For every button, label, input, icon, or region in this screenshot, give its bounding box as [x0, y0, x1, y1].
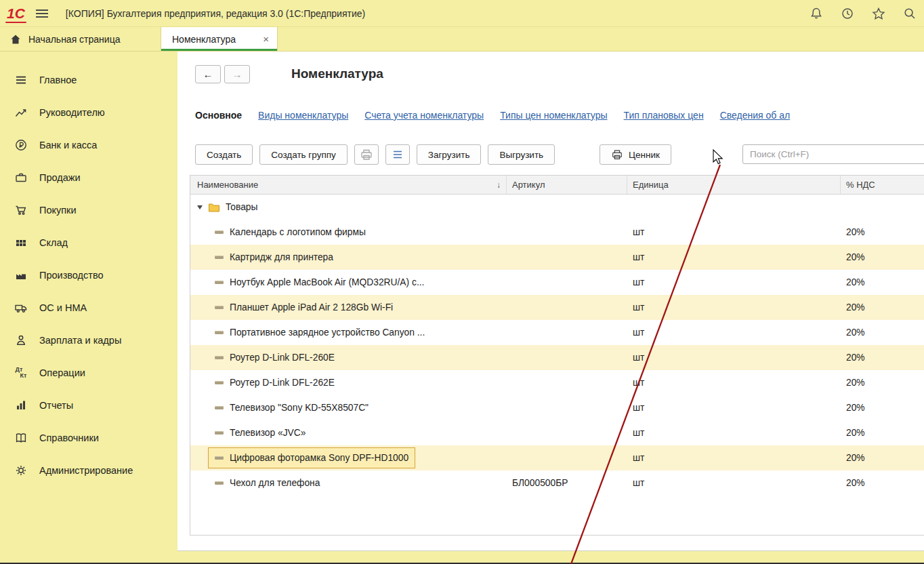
cell-article — [507, 270, 627, 295]
sidebar-item-administration[interactable]: Администрирование — [0, 454, 177, 487]
table-row[interactable]: Роутер D-Link DFL-260E шт 20% — [190, 345, 924, 370]
bottom-bar — [0, 550, 924, 564]
cell-unit: шт — [627, 270, 841, 295]
section-sidebar: Главное Руководителю Банк и касса Продаж… — [0, 52, 177, 550]
column-header-article[interactable]: Артикул — [507, 176, 627, 194]
cell-vat: 20% — [841, 320, 924, 345]
cell-article — [507, 345, 627, 370]
sidebar-item-manager[interactable]: Руководителю — [0, 96, 177, 129]
nav-link-item-kinds[interactable]: Виды номенклатуры — [258, 110, 348, 121]
item-icon — [215, 481, 224, 485]
cell-article — [507, 320, 627, 345]
forward-button[interactable]: → — [224, 65, 250, 83]
main-menu-icon[interactable] — [36, 9, 48, 18]
page-title: Номенклатура — [291, 66, 383, 81]
table-row[interactable]: Планшет Apple iPad Air 2 128Gb Wi-Fi шт … — [190, 295, 924, 320]
history-clock-icon[interactable] — [840, 6, 855, 21]
table-row[interactable]: Роутер D-Link DFL-262E шт 20% — [190, 370, 924, 395]
create-button[interactable]: Создать — [195, 144, 253, 165]
cell-article: БЛ000500БР — [507, 470, 627, 496]
create-group-button[interactable]: Создать группу — [259, 144, 347, 165]
chart-up-icon — [14, 105, 28, 120]
search-input[interactable] — [742, 144, 924, 164]
table-row[interactable]: Чехол для телефона БЛ000500БР шт 20% — [190, 470, 924, 496]
cell-article — [507, 195, 627, 220]
bar-chart-icon — [14, 398, 28, 413]
printer-disabled-icon — [360, 148, 373, 161]
back-button[interactable]: ← — [195, 65, 221, 83]
sidebar-item-operations[interactable]: ДтКт Операции — [0, 357, 177, 389]
nav-link-accounting-accounts[interactable]: Счета учета номенклатуры — [364, 110, 484, 121]
column-header-vat[interactable]: % НДС — [841, 176, 924, 194]
print-button[interactable] — [354, 144, 379, 165]
item-icon — [215, 456, 224, 460]
main-content: ← → Номенклатура Основное Виды номенклат… — [177, 52, 924, 550]
tab-home-page[interactable]: Начальная страница — [0, 27, 161, 51]
cell-vat: 20% — [841, 270, 924, 295]
item-icon — [215, 256, 224, 259]
table-row[interactable]: Календарь с логотипом фирмы шт 20% — [190, 220, 924, 245]
top-bar: 1С [КОПИЯ] Бухгалтерия предприятия, реда… — [0, 0, 924, 27]
cell-unit: шт — [627, 395, 841, 420]
sidebar-item-reports[interactable]: Отчеты — [0, 389, 177, 422]
tab-close-icon[interactable]: × — [263, 34, 269, 44]
table-row[interactable]: Ноутбук Apple MacBook Air (MQD32RU/A) с.… — [190, 270, 924, 295]
cell-vat: 20% — [841, 295, 924, 320]
table-row-selected[interactable]: Цифровая фоторамка Sony DPF-HD1000 шт 20… — [190, 445, 924, 470]
group-row-goods[interactable]: Товары — [190, 195, 924, 220]
nomenclature-table: Наименование ↓ Артикул Единица % НДС Тов… — [190, 175, 924, 536]
sidebar-item-salary-hr[interactable]: Зарплата и кадры — [0, 324, 177, 357]
cell-vat: 20% — [841, 470, 924, 496]
gear-icon — [14, 463, 28, 478]
window-title: [КОПИЯ] Бухгалтерия предприятия, редакци… — [66, 8, 365, 19]
cell-unit: шт — [627, 245, 841, 270]
sidebar-item-fixed-assets[interactable]: ОС и НМА — [0, 291, 177, 324]
load-button[interactable]: Загрузить — [417, 144, 482, 165]
unload-button[interactable]: Выгрузить — [488, 144, 555, 165]
sidebar-item-main[interactable]: Главное — [0, 64, 177, 96]
cell-unit: шт — [627, 220, 841, 245]
sidebar-item-sales[interactable]: Продажи — [0, 161, 177, 194]
cell-vat: 20% — [841, 395, 924, 420]
cell-article — [507, 295, 627, 320]
tab-bar: Начальная страница Номенклатура × — [0, 27, 924, 52]
cell-unit: шт — [627, 445, 841, 470]
item-icon — [215, 281, 224, 284]
table-row[interactable]: Портативное зарядное устройство Canyon .… — [190, 320, 924, 345]
table-row[interactable]: Телевизор "Sony KD-55X8507C" шт 20% — [190, 395, 924, 420]
cart-icon — [14, 203, 28, 218]
folder-icon — [208, 202, 220, 213]
nav-link-planned-price-type[interactable]: Тип плановых цен — [624, 110, 704, 121]
app-window: 1С [КОПИЯ] Бухгалтерия предприятия, реда… — [0, 0, 924, 564]
sidebar-item-warehouse[interactable]: Склад — [0, 226, 177, 259]
sidebar-item-purchases[interactable]: Покупки — [0, 194, 177, 226]
sidebar-item-production[interactable]: Производство — [0, 259, 177, 291]
item-icon — [215, 381, 224, 384]
table-header: Наименование ↓ Артикул Единица % НДС — [190, 176, 924, 195]
expand-triangle-icon[interactable] — [197, 205, 203, 209]
sidebar-item-directories[interactable]: Справочники — [0, 422, 177, 454]
person-icon — [14, 333, 28, 348]
cell-article — [507, 245, 627, 270]
notifications-bell-icon[interactable] — [809, 6, 824, 21]
table-row[interactable]: Телевизор «JVC» шт 20% — [190, 420, 924, 445]
cell-article — [507, 370, 627, 395]
tab-nomenclature-label: Номенклатура — [172, 34, 236, 45]
nav-link-main[interactable]: Основное — [195, 110, 242, 121]
tab-nomenclature[interactable]: Номенклатура × — [161, 27, 278, 51]
sort-descending-icon[interactable]: ↓ — [497, 180, 501, 190]
global-search-icon[interactable] — [902, 6, 917, 21]
table-row[interactable]: Картридж для принтера шт 20% — [190, 245, 924, 270]
printer-icon — [611, 148, 623, 161]
item-icon — [215, 306, 224, 309]
favorites-star-icon[interactable] — [871, 6, 886, 21]
nav-link-price-types[interactable]: Типы цен номенклатуры — [500, 110, 607, 121]
column-header-unit[interactable]: Единица — [627, 176, 841, 194]
cell-unit: шт — [627, 470, 841, 496]
sidebar-item-bank-cash[interactable]: Банк и касса — [0, 129, 177, 161]
nav-link-alcohol-info[interactable]: Сведения об ал — [720, 110, 791, 121]
list-settings-button[interactable] — [385, 144, 410, 165]
price-tag-button[interactable]: Ценник — [600, 144, 671, 165]
column-header-name[interactable]: Наименование ↓ — [190, 176, 507, 194]
cell-vat: 20% — [841, 420, 924, 445]
